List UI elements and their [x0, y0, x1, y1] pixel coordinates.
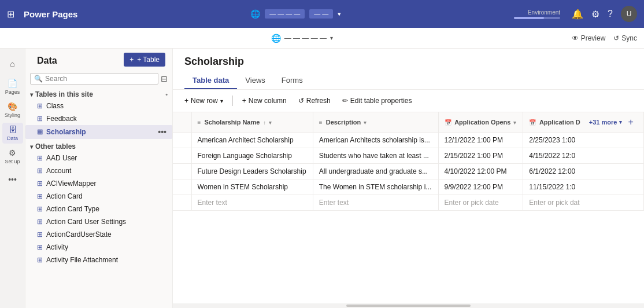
preview-button[interactable]: 👁 Preview [572, 34, 606, 42]
row1-appd: 2/25/2023 1:00 [523, 133, 644, 148]
sidebar-item-action-card-user-settings[interactable]: ⊞ Action Card User Settings [25, 215, 172, 228]
col-description[interactable]: ≡ Description ▾ [313, 112, 438, 133]
sync-icon: ↺ [613, 34, 619, 42]
nav-setup[interactable]: ⚙ Set up [2, 146, 23, 167]
sidebar-item-actioncarduserstate[interactable]: ⊞ ActionCardUserState [25, 228, 172, 241]
scholarship-grid-icon: ⊞ [37, 128, 43, 136]
sidebar-item-account[interactable]: ⊞ Account [25, 164, 172, 177]
notification-icon[interactable]: 🔔 [572, 9, 583, 20]
placeholder-appd[interactable]: Enter or pick dat [523, 195, 644, 211]
sync-button[interactable]: ↺ Sync [613, 34, 637, 42]
col-check [173, 112, 191, 133]
col-scholarship-name[interactable]: ≡ Scholarship Name ↑ ▾ [191, 112, 313, 133]
col-appd-icon: 📅 [529, 119, 536, 126]
sidebar-item-action-card[interactable]: ⊞ Action Card [25, 190, 172, 203]
site-name: — — — — — [284, 34, 327, 42]
secondbar: 🌐 — — — — — ▾ 👁 Preview ↺ Sync [0, 28, 644, 49]
sidebar-item-activity[interactable]: ⊞ Activity [25, 241, 172, 254]
row1-name[interactable]: American Architect Scholarship [191, 133, 313, 148]
env-url-1: — — — — [265, 9, 305, 19]
action-card-label: Action Card [46, 192, 83, 200]
feedback-label: Feedback [46, 115, 77, 123]
sidebar-item-feedback[interactable]: ⊞ Feedback [25, 112, 172, 125]
col-application-d[interactable]: 📅 Application D +31 more ▾ + [523, 112, 644, 133]
sidebar-item-scholarship[interactable]: ⊞ Scholarship ••• [25, 125, 172, 139]
edit-table-properties-button[interactable]: ✏ Edit table properties [338, 94, 417, 107]
row4-appd: 11/15/2022 1:0 [523, 179, 644, 195]
filter-icon[interactable]: ⊟ [161, 74, 168, 83]
topbar-center: 🌐 — — — — — — ▾ [83, 9, 508, 19]
setup-label: Set up [5, 159, 20, 164]
nav-data[interactable]: 🗄 Data [2, 123, 23, 144]
col-name-dropdown-icon[interactable]: ▾ [269, 120, 272, 126]
action-card-type-label: Action Card Type [46, 205, 99, 213]
data-label: Data [7, 135, 18, 141]
sidebar: Data + + Table 🔍 ⊟ ▾ Tables in this site… [25, 49, 173, 308]
settings-icon[interactable]: ⚙ [591, 9, 599, 20]
topbar-icons: 🔔 ⚙ ? U [572, 6, 637, 22]
search-input-wrap[interactable]: 🔍 [30, 73, 158, 85]
new-column-plus-icon: + [242, 97, 246, 105]
nav-styling[interactable]: 🎨 Styling [2, 100, 23, 120]
more-cols-button[interactable]: +31 more ▾ [587, 118, 625, 127]
tab-table-data[interactable]: Table data [184, 72, 237, 89]
env-url-2: — — [309, 9, 333, 19]
tab-views-label: Views [245, 76, 265, 85]
horizontal-scrollbar[interactable] [173, 303, 644, 308]
sidebar-item-aad-user[interactable]: ⊞ AAD User [25, 152, 172, 164]
table-row: Future Design Leaders Scholarship All un… [173, 164, 644, 179]
sidebar-item-aciviewmapper[interactable]: ⊞ ACIViewMapper [25, 177, 172, 190]
main-header: Scholarship Table data Views Forms [173, 49, 644, 90]
secondbar-right: 👁 Preview ↺ Sync [572, 34, 637, 42]
user-avatar[interactable]: U [621, 6, 637, 22]
row4-check[interactable] [173, 179, 191, 195]
new-row-button[interactable]: + New row ▾ [180, 94, 228, 107]
tab-views[interactable]: Views [237, 72, 273, 89]
nav-more[interactable]: ••• [2, 169, 23, 190]
tab-forms[interactable]: Forms [273, 72, 311, 89]
add-column-button[interactable]: + [624, 116, 636, 129]
col-opens-dropdown-icon[interactable]: ▾ [513, 120, 516, 126]
row1-check[interactable] [173, 133, 191, 148]
sort-asc-icon: ↑ [263, 120, 266, 126]
placeholder-name[interactable]: Enter text [191, 195, 313, 211]
add-table-button[interactable]: + + Table [124, 53, 165, 67]
col-application-opens[interactable]: 📅 Application Opens ▾ [438, 112, 523, 133]
placeholder-description[interactable]: Enter text [313, 195, 438, 211]
row3-check[interactable] [173, 164, 191, 179]
site-dropdown-icon[interactable]: ▾ [330, 35, 333, 41]
placeholder-opens[interactable]: Enter or pick date [438, 195, 523, 211]
new-row-dropdown-icon[interactable]: ▾ [220, 98, 223, 104]
new-column-label: New column [249, 97, 287, 105]
col-name-label: Scholarship Name [204, 119, 260, 126]
toolbar-sep-1 [232, 96, 233, 106]
section-tables-in-site[interactable]: ▾ Tables in this site • [25, 87, 172, 100]
help-icon[interactable]: ? [608, 9, 613, 19]
section-other-tables[interactable]: ▾ Other tables [25, 139, 172, 152]
env-dropdown-icon[interactable]: ▾ [338, 10, 341, 18]
col-desc-dropdown-icon[interactable]: ▾ [364, 120, 367, 126]
search-input[interactable] [45, 75, 154, 83]
styling-label: Styling [5, 112, 20, 118]
account-grid-icon: ⊞ [37, 167, 43, 175]
sidebar-item-activity-file-attachment[interactable]: ⊞ Activity File Attachment [25, 254, 172, 266]
nav-pages[interactable]: 📄 Pages [2, 76, 23, 97]
scholarship-more-icon[interactable]: ••• [158, 127, 166, 137]
scrollbar-track[interactable] [346, 305, 471, 307]
row2-check[interactable] [173, 148, 191, 164]
activity-file-attachment-icon: ⊞ [37, 256, 43, 264]
sidebar-item-action-card-type[interactable]: ⊞ Action Card Type [25, 203, 172, 215]
globe-topbar-icon[interactable]: 🌐 [250, 9, 260, 19]
more-cols-chevron[interactable]: ▾ [619, 119, 622, 125]
feedback-grid-icon: ⊞ [37, 115, 43, 123]
aciviewmapper-label: ACIViewMapper [46, 179, 96, 188]
refresh-label: Refresh [306, 97, 331, 105]
nav-home[interactable]: ⌂ [2, 53, 23, 74]
sidebar-item-class[interactable]: ⊞ Class [25, 100, 172, 112]
page-title: Scholarship [184, 56, 632, 68]
refresh-button[interactable]: ↺ Refresh [294, 94, 335, 107]
waffle-icon[interactable]: ⊞ [7, 9, 14, 20]
new-column-button[interactable]: + New column [238, 94, 291, 107]
class-label: Class [46, 102, 64, 110]
row2-name[interactable]: Foreign Language Scholarship [191, 148, 313, 164]
